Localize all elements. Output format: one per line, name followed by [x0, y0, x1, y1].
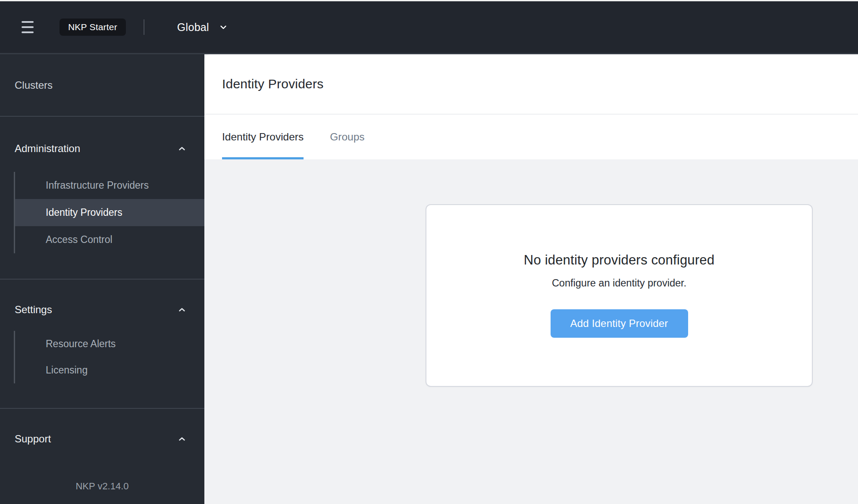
sidebar-section-support[interactable]: Support — [0, 425, 204, 453]
page-header: Identity Providers Identity Providers Gr… — [204, 54, 858, 159]
page-title: Identity Providers — [222, 77, 323, 91]
sidebar-item-label: Licensing — [46, 364, 88, 376]
subnav-rail — [14, 172, 15, 253]
section-label: Administration — [15, 143, 80, 155]
workspace-selector[interactable]: Global — [177, 21, 228, 34]
tab-panel: No identity providers configured Configu… — [204, 159, 858, 504]
section-label: Settings — [15, 304, 52, 316]
sidebar-item-label: Identity Providers — [46, 207, 122, 218]
hamburger-menu-icon[interactable] — [22, 21, 34, 34]
sidebar-divider — [0, 116, 204, 117]
sidebar-section-settings[interactable]: Settings — [0, 296, 204, 324]
sidebar-item-infrastructure-providers[interactable]: Infrastructure Providers — [14, 172, 204, 199]
empty-state-subtitle: Configure an identity provider. — [552, 276, 686, 290]
sidebar-item-access-control[interactable]: Access Control — [14, 226, 204, 253]
product-badge: NKP Starter — [59, 19, 126, 36]
app-window: NKP Starter Global Clusters Administrati… — [0, 0, 858, 504]
sidebar-item-licensing[interactable]: Licensing — [14, 357, 204, 383]
sidebar-item-resource-alerts[interactable]: Resource Alerts — [14, 331, 204, 357]
sidebar-item-label: Infrastructure Providers — [46, 180, 149, 191]
tab-label: Identity Providers — [222, 131, 304, 143]
sidebar-item-label: Clusters — [15, 79, 53, 91]
chevron-up-icon — [177, 434, 187, 444]
sidebar-item-identity-providers[interactable]: Identity Providers — [14, 199, 204, 226]
topbar: NKP Starter Global — [0, 1, 858, 53]
section-label: Support — [15, 433, 51, 445]
workspace-label: Global — [177, 21, 209, 34]
empty-state-title: No identity providers configured — [524, 251, 714, 270]
chevron-down-icon — [219, 22, 228, 32]
tab-label: Groups — [330, 131, 364, 143]
main-content: Identity Providers Identity Providers Gr… — [204, 54, 858, 504]
sidebar-divider — [0, 279, 204, 280]
tab-groups[interactable]: Groups — [330, 115, 364, 159]
add-identity-provider-button[interactable]: Add Identity Provider — [551, 309, 688, 338]
sidebar-item-label: Resource Alerts — [46, 338, 116, 350]
sidebar-item-label: Access Control — [46, 234, 113, 246]
sidebar-item-clusters[interactable]: Clusters — [0, 54, 204, 116]
subnav-rail — [14, 331, 15, 383]
chevron-up-icon — [177, 305, 187, 315]
sidebar-divider — [0, 408, 204, 409]
version-label: NKP v2.14.0 — [0, 481, 204, 492]
administration-subnav: Infrastructure Providers Identity Provid… — [0, 172, 204, 253]
settings-subnav: Resource Alerts Licensing — [0, 331, 204, 383]
product-badge-label: NKP Starter — [68, 22, 117, 32]
chevron-up-icon — [177, 143, 187, 154]
tab-bar: Identity Providers Groups — [204, 115, 858, 159]
empty-state-card: No identity providers configured Configu… — [426, 204, 813, 387]
sidebar: Clusters Administration Infrastructure P… — [0, 54, 204, 504]
tab-identity-providers[interactable]: Identity Providers — [222, 115, 304, 159]
sidebar-section-administration[interactable]: Administration — [0, 135, 204, 162]
topbar-separator — [144, 19, 144, 35]
